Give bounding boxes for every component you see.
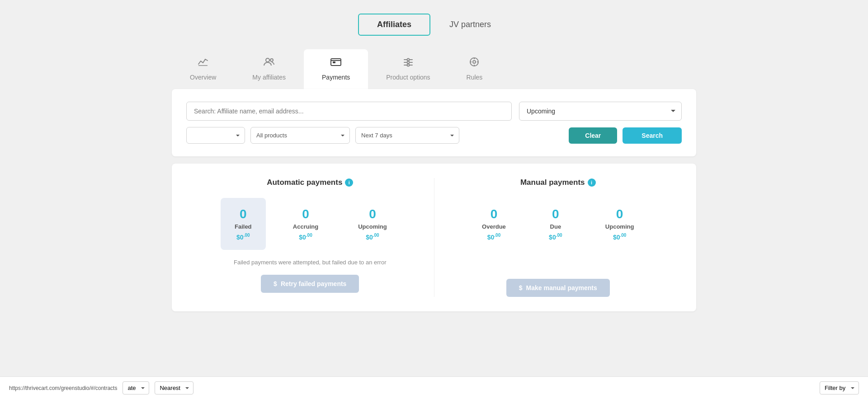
clear-button[interactable]: Clear	[569, 127, 617, 144]
due-stat-box: 0 Due $0.00	[533, 198, 578, 250]
auto-payments-info-icon[interactable]: i	[345, 178, 353, 187]
svg-point-2	[270, 59, 273, 61]
retry-failed-payments-button[interactable]: $ Retry failed payments	[261, 275, 359, 293]
subnav-overview[interactable]: Overview	[172, 49, 234, 89]
svg-rect-3	[331, 59, 341, 66]
search-input[interactable]	[186, 102, 512, 121]
bottom-nearest-dropdown[interactable]: Nearest	[155, 381, 193, 394]
svg-point-8	[407, 59, 409, 61]
make-manual-payments-button[interactable]: $ Make manual payments	[506, 279, 610, 297]
search-button[interactable]: Search	[623, 127, 682, 144]
payments-icon	[330, 56, 342, 70]
bottom-url: https://thrivecart.com/greenstudio/#/con…	[9, 385, 117, 391]
overview-icon	[198, 56, 208, 70]
subnav-payments[interactable]: Payments	[304, 49, 368, 89]
auto-upcoming-count: 0	[369, 207, 376, 221]
accruing-amount: $0.00	[299, 233, 312, 241]
main-content: Upcoming All products Next 7 days Clear …	[172, 89, 696, 311]
bottom-status-dropdown[interactable]: ate	[123, 381, 149, 394]
manual-upcoming-label: Upcoming	[605, 223, 634, 230]
auto-upcoming-amount: $0.00	[366, 233, 379, 241]
status-filter-dropdown[interactable]	[186, 127, 245, 144]
filter-status-dropdown[interactable]: Upcoming	[519, 102, 682, 121]
sub-nav: Overview My affiliates Paym	[172, 49, 696, 89]
dollar-icon-2: $	[519, 284, 523, 291]
svg-point-11	[407, 61, 409, 64]
search-panel: Upcoming All products Next 7 days Clear …	[172, 89, 696, 156]
subnav-rules-label: Rules	[467, 74, 483, 81]
automatic-payments-title: Automatic payments i	[267, 178, 353, 187]
svg-point-14	[407, 64, 409, 66]
product-options-icon	[402, 56, 414, 70]
svg-point-1	[266, 58, 269, 62]
manual-upcoming-count: 0	[616, 207, 623, 221]
auto-upcoming-stat-box: 0 Upcoming $0.00	[345, 198, 400, 250]
overdue-count: 0	[491, 207, 498, 221]
manual-upcoming-stat-box: 0 Upcoming $0.00	[593, 198, 647, 250]
due-count: 0	[552, 207, 559, 221]
overdue-stat-box: 0 Overdue $0.00	[469, 198, 519, 250]
bottom-filter-dropdown[interactable]: Filter by	[820, 381, 859, 394]
automatic-payments-section: Automatic payments i 0 Failed $0.00 0 Ac…	[186, 178, 434, 297]
auto-payments-note: Failed payments were attempted, but fail…	[234, 259, 386, 266]
overdue-label: Overdue	[482, 223, 506, 230]
search-row-2: All products Next 7 days Clear Search	[186, 127, 682, 144]
subnav-my-affiliates[interactable]: My affiliates	[234, 49, 304, 89]
accruing-count: 0	[302, 207, 309, 221]
subnav-overview-label: Overview	[190, 74, 216, 81]
subnav-product-options[interactable]: Product options	[368, 49, 448, 89]
failed-count: 0	[240, 207, 247, 221]
accruing-stat-box: 0 Accruing $0.00	[280, 198, 331, 250]
accruing-label: Accruing	[293, 223, 318, 230]
svg-point-16	[473, 61, 476, 63]
subnav-rules[interactable]: Rules	[448, 49, 501, 89]
overdue-amount: $0.00	[487, 233, 500, 241]
products-filter-dropdown[interactable]: All products	[250, 127, 350, 144]
failed-label: Failed	[235, 223, 252, 230]
top-tabs: Affiliates JV partners	[358, 14, 510, 36]
auto-stats-row: 0 Failed $0.00 0 Accruing $0.00	[221, 198, 400, 250]
failed-stat-box: 0 Failed $0.00	[221, 198, 266, 250]
manual-payments-info-icon[interactable]: i	[588, 178, 596, 187]
manual-stats-row: 0 Overdue $0.00 0 Due $0.00	[469, 198, 646, 250]
date-filter-dropdown[interactable]: Next 7 days	[355, 127, 459, 144]
due-amount: $0.00	[549, 233, 562, 241]
tab-jv-partners[interactable]: JV partners	[430, 14, 510, 36]
tab-affiliates[interactable]: Affiliates	[358, 14, 430, 36]
search-row-1: Upcoming	[186, 102, 682, 121]
subnav-my-affiliates-label: My affiliates	[252, 74, 286, 81]
failed-amount: $0.00	[236, 233, 250, 241]
svg-rect-4	[333, 61, 335, 63]
auto-upcoming-label: Upcoming	[358, 223, 387, 230]
rules-icon	[468, 56, 480, 70]
manual-upcoming-amount: $0.00	[613, 233, 626, 241]
subnav-payments-label: Payments	[322, 74, 350, 81]
payments-panel: Automatic payments i 0 Failed $0.00 0 Ac…	[172, 164, 696, 311]
subnav-product-options-label: Product options	[386, 74, 430, 81]
manual-payments-title: Manual payments i	[520, 178, 596, 187]
affiliates-icon	[263, 56, 275, 70]
bottom-bar: https://thrivecart.com/greenstudio/#/con…	[0, 376, 868, 399]
manual-payments-section: Manual payments i 0 Overdue $0.00 0 Due	[434, 178, 682, 297]
due-label: Due	[550, 223, 561, 230]
dollar-icon: $	[274, 280, 277, 287]
page-container: Affiliates JV partners Overview	[0, 0, 868, 399]
